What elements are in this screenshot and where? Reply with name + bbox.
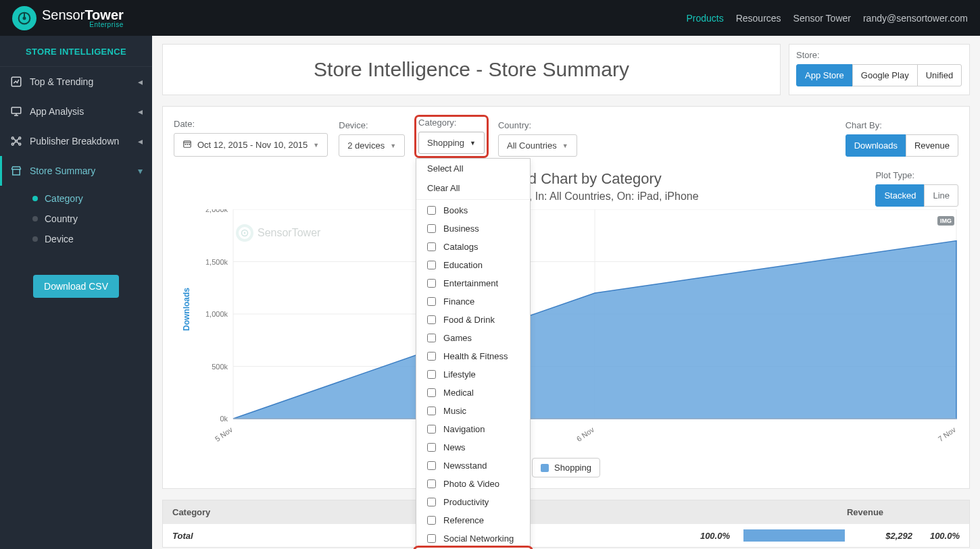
sidebar-item-label: Publisher Breakdown: [30, 136, 119, 147]
category-option[interactable]: Games: [416, 329, 530, 347]
filter-chart-by: Chart By: Downloads Revenue: [846, 120, 958, 157]
category-option-label: Games: [443, 333, 472, 343]
brand-name: SensorTower: [42, 8, 124, 22]
date-dropdown[interactable]: Oct 12, 2015 - Nov 10, 2015 ▼: [174, 133, 328, 157]
brand-tier: Enterprise: [42, 22, 124, 28]
category-checkbox[interactable]: [427, 224, 436, 233]
filter-card: Date: Oct 12, 2015 - Nov 10, 2015 ▼ Devi…: [162, 106, 970, 489]
category-select-all[interactable]: Select All: [416, 159, 530, 178]
category-checkbox[interactable]: [427, 279, 436, 288]
category-dropdown-menu: Select All Clear All BooksBusinessCatalo…: [416, 158, 531, 549]
category-option-label: Food & Drink: [443, 315, 495, 325]
category-checkbox[interactable]: [427, 479, 436, 488]
category-option[interactable]: Social Networking: [416, 529, 530, 548]
sidebar-item-top-trending[interactable]: Top & Trending ◂: [0, 67, 152, 97]
category-option[interactable]: Reference: [416, 511, 530, 529]
calendar-icon: [182, 139, 192, 151]
top-nav: Products Resources Sensor Tower randy@se…: [686, 13, 968, 24]
sub-item-country[interactable]: Country: [14, 209, 152, 229]
sidebar-item-publisher-breakdown[interactable]: Publisher Breakdown ◂: [0, 126, 152, 156]
svg-text:6 Nov: 6 Nov: [575, 425, 596, 444]
chart-up-icon: [9, 75, 23, 88]
category-checkbox[interactable]: [427, 443, 436, 452]
category-checkbox[interactable]: [427, 407, 436, 415]
chevron-left-icon: ◂: [138, 76, 143, 87]
svg-rect-12: [189, 144, 190, 145]
sub-item-category[interactable]: Category: [14, 188, 152, 209]
category-option-label: Newsstand: [443, 461, 487, 471]
category-option[interactable]: Catalogs: [416, 238, 530, 256]
plot-type-selector: Plot Type: Stacked Line: [875, 170, 958, 207]
chart-watermark: SensorTower: [236, 224, 320, 242]
nav-user-email[interactable]: randy@sensortower.com: [863, 13, 968, 24]
category-option[interactable]: Business: [416, 219, 530, 238]
category-dropdown[interactable]: Shopping ▼: [418, 132, 485, 154]
category-option[interactable]: Newsstand: [416, 456, 530, 475]
chart-title: Download Chart by Category: [174, 170, 958, 188]
category-option[interactable]: News: [416, 438, 530, 456]
device-dropdown[interactable]: 2 devices ▼: [339, 134, 405, 157]
category-option[interactable]: Finance: [416, 292, 530, 311]
svg-point-7: [11, 143, 14, 145]
nav-company[interactable]: Sensor Tower: [793, 13, 851, 24]
category-checkbox[interactable]: [427, 370, 436, 379]
category-option-label: Education: [443, 260, 483, 270]
category-checkbox[interactable]: [427, 352, 436, 361]
category-option[interactable]: Books: [416, 201, 530, 219]
category-checkbox[interactable]: [427, 315, 436, 324]
table-col-revenue: Revenue: [770, 507, 960, 517]
category-checkbox[interactable]: [427, 534, 436, 543]
category-checkbox[interactable]: [427, 334, 436, 342]
sidebar-item-app-analysis[interactable]: App Analysis ◂: [0, 97, 152, 126]
category-option[interactable]: Music: [416, 402, 530, 420]
category-option[interactable]: Navigation: [416, 420, 530, 438]
category-option[interactable]: Education: [416, 256, 530, 274]
category-option[interactable]: Medical: [416, 384, 530, 402]
store-option-unified[interactable]: Unified: [917, 64, 962, 86]
category-option[interactable]: Health & Fitness: [416, 347, 530, 365]
store-option-google-play[interactable]: Google Play: [852, 64, 918, 86]
screen-icon: [9, 105, 23, 118]
nav-products[interactable]: Products: [686, 13, 723, 24]
category-checkbox[interactable]: [427, 297, 436, 306]
category-clear-all[interactable]: Clear All: [416, 178, 530, 198]
category-checkbox[interactable]: [427, 261, 436, 269]
filter-category: Category: Shopping ▼ Select All Clear Al…: [416, 116, 487, 157]
category-option[interactable]: Photo & Video: [416, 475, 530, 493]
category-checkbox[interactable]: [427, 206, 436, 215]
category-option-label: Catalogs: [443, 242, 478, 252]
category-checkbox[interactable]: [427, 242, 436, 251]
sub-item-device[interactable]: Device: [14, 229, 152, 249]
category-checkbox[interactable]: [427, 516, 436, 525]
category-option[interactable]: Entertainment: [416, 274, 530, 292]
download-csv-button[interactable]: Download CSV: [33, 275, 119, 298]
table-row-revenue: $2,292: [858, 531, 912, 541]
category-checkbox[interactable]: [427, 425, 436, 434]
chartby-revenue[interactable]: Revenue: [906, 134, 958, 157]
plot-type-stacked[interactable]: Stacked: [875, 184, 925, 207]
chartby-downloads[interactable]: Downloads: [846, 134, 906, 157]
category-option[interactable]: Lifestyle: [416, 365, 530, 384]
category-option[interactable]: Productivity: [416, 493, 530, 511]
category-option-label: Business: [443, 224, 479, 234]
category-checkbox[interactable]: [427, 388, 436, 397]
svg-text:5 Nov: 5 Nov: [214, 425, 235, 444]
legend-swatch: [541, 464, 549, 472]
svg-text:1,500k: 1,500k: [205, 258, 228, 266]
plot-type-line[interactable]: Line: [924, 184, 958, 207]
category-option-label: Lifestyle: [443, 369, 476, 380]
caret-down-icon: ▼: [313, 142, 319, 149]
country-dropdown[interactable]: All Countries ▼: [498, 134, 577, 157]
sidebar-item-store-summary[interactable]: Store Summary ▾: [0, 156, 152, 186]
nav-resources[interactable]: Resources: [736, 13, 781, 24]
category-checkbox[interactable]: [427, 498, 436, 506]
sidebar: STORE INTELLIGENCE Top & Trending ◂ App …: [0, 36, 152, 549]
category-option[interactable]: Food & Drink: [416, 311, 530, 329]
svg-rect-3: [11, 107, 21, 113]
filter-label: Category:: [418, 117, 485, 128]
export-image-button[interactable]: IMG: [937, 216, 954, 226]
store-option-app-store[interactable]: App Store: [796, 64, 853, 86]
brand[interactable]: SensorTower Enterprise: [12, 6, 124, 30]
category-checkbox[interactable]: [427, 461, 436, 470]
legend-item-shopping[interactable]: Shopping: [532, 458, 600, 477]
